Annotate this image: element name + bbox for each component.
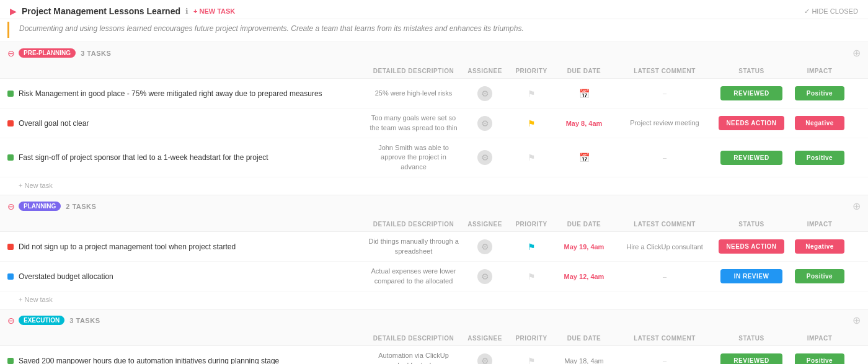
priority-flag-gray: ⚑ bbox=[528, 272, 536, 282]
priority-cell[interactable]: ⚑ bbox=[510, 242, 553, 252]
status-badge[interactable]: REVIEWED bbox=[720, 86, 782, 100]
col-desc: DETAILED DESCRIPTION bbox=[367, 68, 460, 74]
col-comment: LATEST COMMENT bbox=[615, 68, 714, 74]
task-name: Overstated budget allocation bbox=[19, 272, 113, 281]
impact-badge[interactable]: Positive bbox=[795, 269, 844, 283]
task-name: Risk Management in good place - 75% were… bbox=[19, 89, 322, 98]
priority-cell[interactable]: ⚑ bbox=[510, 272, 553, 282]
section-task-count-preplanning: 3 TASKS bbox=[81, 50, 111, 57]
task-row: Overstated budget allocation Actual expe… bbox=[0, 262, 868, 291]
add-task-icon-planning[interactable]: ⊕ bbox=[852, 200, 861, 212]
col-impact: IMPACT bbox=[789, 335, 851, 342]
add-task-icon-preplanning[interactable]: ⊕ bbox=[852, 47, 861, 59]
task-dot bbox=[7, 91, 14, 97]
new-task-button[interactable]: + NEW TASK bbox=[193, 7, 235, 15]
due-date: May 19, 4am bbox=[564, 243, 604, 251]
due-date: May 18, 4am bbox=[564, 357, 604, 364]
col-headers-execution: DETAILED DESCRIPTION ASSIGNEE PRIORITY D… bbox=[0, 331, 868, 346]
impact-cell[interactable]: Positive bbox=[789, 86, 851, 100]
avatar-icon: ⚙ bbox=[481, 242, 489, 252]
task-name-cell: Saved 200 manpower hours due to automati… bbox=[7, 357, 367, 364]
calendar-icon: 📅 bbox=[579, 89, 590, 99]
section-toggle-execution[interactable]: ⊖ bbox=[7, 316, 15, 326]
status-badge[interactable]: REVIEWED bbox=[720, 151, 782, 165]
impact-cell[interactable]: Positive bbox=[789, 353, 851, 364]
task-name: Saved 200 manpower hours due to automati… bbox=[19, 357, 279, 364]
impact-badge[interactable]: Positive bbox=[795, 151, 844, 165]
assignee-cell: ⚙ bbox=[460, 116, 510, 131]
status-cell[interactable]: NEEDS ACTION bbox=[714, 116, 789, 130]
status-badge[interactable]: NEEDS ACTION bbox=[719, 239, 784, 254]
new-task-link-planning[interactable]: + New task bbox=[19, 296, 53, 303]
col-assignee: ASSIGNEE bbox=[460, 335, 510, 342]
priority-cell[interactable]: ⚑ bbox=[510, 153, 553, 162]
page-wrapper: ▶ Project Management Lessons Learned ℹ +… bbox=[0, 0, 868, 364]
impact-badge[interactable]: Negative bbox=[795, 239, 844, 254]
task-row: Risk Management in good place - 75% were… bbox=[0, 79, 868, 109]
section-execution: ⊖ EXECUTION 3 TASKS ⊕ DETAILED DESCRIPTI… bbox=[0, 309, 868, 364]
status-cell[interactable]: IN REVIEW bbox=[714, 269, 789, 283]
col-comment: LATEST COMMENT bbox=[615, 335, 714, 342]
info-icon[interactable]: ℹ bbox=[185, 7, 188, 16]
due-date-cell: May 12, 4am bbox=[553, 273, 615, 280]
hide-closed-button[interactable]: ✓ HIDE CLOSED bbox=[804, 7, 858, 16]
col-assignee: ASSIGNEE bbox=[460, 221, 510, 228]
impact-badge[interactable]: Positive bbox=[795, 353, 844, 364]
priority-cell[interactable]: ⚑ bbox=[510, 89, 553, 99]
col-desc: DETAILED DESCRIPTION bbox=[367, 221, 460, 228]
priority-flag-yellow: ⚑ bbox=[528, 118, 536, 128]
impact-cell[interactable]: Negative bbox=[789, 116, 851, 130]
priority-cell[interactable]: ⚑ bbox=[510, 118, 553, 128]
due-date: May 12, 4am bbox=[564, 273, 604, 280]
priority-flag-cyan: ⚑ bbox=[528, 242, 536, 252]
task-row: Did not sign up to a project management … bbox=[0, 232, 868, 262]
status-badge[interactable]: NEEDS ACTION bbox=[719, 116, 784, 130]
status-badge[interactable]: IN REVIEW bbox=[720, 269, 782, 283]
impact-badge[interactable]: Negative bbox=[795, 116, 844, 130]
section-task-count-planning: 2 TASKS bbox=[66, 203, 96, 210]
status-badge[interactable]: REVIEWED bbox=[720, 353, 782, 364]
col-impact: IMPACT bbox=[789, 221, 851, 228]
section-toggle-preplanning[interactable]: ⊖ bbox=[7, 48, 15, 58]
task-name: Did not sign up to a project management … bbox=[19, 242, 236, 251]
assignee-avatar[interactable]: ⚙ bbox=[477, 269, 492, 284]
task-row: Overall goal not clear Too many goals we… bbox=[0, 109, 868, 138]
assignee-avatar[interactable]: ⚙ bbox=[477, 353, 492, 364]
section-header-preplanning: ⊖ PRE-PLANNING 3 TASKS ⊕ bbox=[0, 42, 868, 64]
hide-closed-label: ✓ HIDE CLOSED bbox=[804, 7, 858, 16]
assignee-avatar[interactable]: ⚙ bbox=[477, 239, 492, 254]
comment-cell: – bbox=[615, 153, 714, 162]
status-cell[interactable]: REVIEWED bbox=[714, 86, 789, 100]
header-left: ▶ Project Management Lessons Learned ℹ +… bbox=[10, 6, 235, 16]
new-task-link-preplanning[interactable]: + New task bbox=[19, 182, 53, 189]
assignee-avatar[interactable]: ⚙ bbox=[477, 150, 492, 165]
impact-badge[interactable]: Positive bbox=[795, 86, 844, 100]
status-cell[interactable]: REVIEWED bbox=[714, 353, 789, 364]
task-name-cell: Risk Management in good place - 75% were… bbox=[7, 89, 367, 98]
impact-cell[interactable]: Positive bbox=[789, 269, 851, 283]
calendar-icon: 📅 bbox=[579, 153, 590, 162]
expand-icon[interactable]: ▶ bbox=[10, 6, 17, 16]
status-cell[interactable]: NEEDS ACTION bbox=[714, 239, 789, 254]
status-cell[interactable]: REVIEWED bbox=[714, 151, 789, 165]
priority-cell[interactable]: ⚑ bbox=[510, 356, 553, 364]
section-badge-execution: EXECUTION bbox=[19, 316, 64, 325]
col-impact: IMPACT bbox=[789, 68, 851, 74]
assignee-avatar[interactable]: ⚙ bbox=[477, 116, 492, 131]
assignee-cell: ⚙ bbox=[460, 150, 510, 165]
add-task-icon-execution[interactable]: ⊕ bbox=[852, 314, 861, 326]
task-dot bbox=[7, 154, 14, 161]
task-description: Automation via ClickUp worked for task .… bbox=[367, 351, 460, 364]
priority-flag-gray: ⚑ bbox=[528, 356, 536, 364]
impact-cell[interactable]: Positive bbox=[789, 151, 851, 165]
assignee-cell: ⚙ bbox=[460, 269, 510, 284]
task-name-cell: Overall goal not clear bbox=[7, 119, 367, 128]
col-comment: LATEST COMMENT bbox=[615, 221, 714, 228]
priority-flag-gray: ⚑ bbox=[528, 89, 536, 99]
page-subtitle: Documenting and using lessons learned en… bbox=[7, 22, 861, 38]
col-assignee: ASSIGNEE bbox=[460, 68, 510, 74]
section-toggle-planning[interactable]: ⊖ bbox=[7, 202, 15, 211]
comment-cell: – bbox=[615, 89, 714, 97]
impact-cell[interactable]: Negative bbox=[789, 239, 851, 254]
assignee-avatar[interactable]: ⚙ bbox=[477, 86, 492, 101]
